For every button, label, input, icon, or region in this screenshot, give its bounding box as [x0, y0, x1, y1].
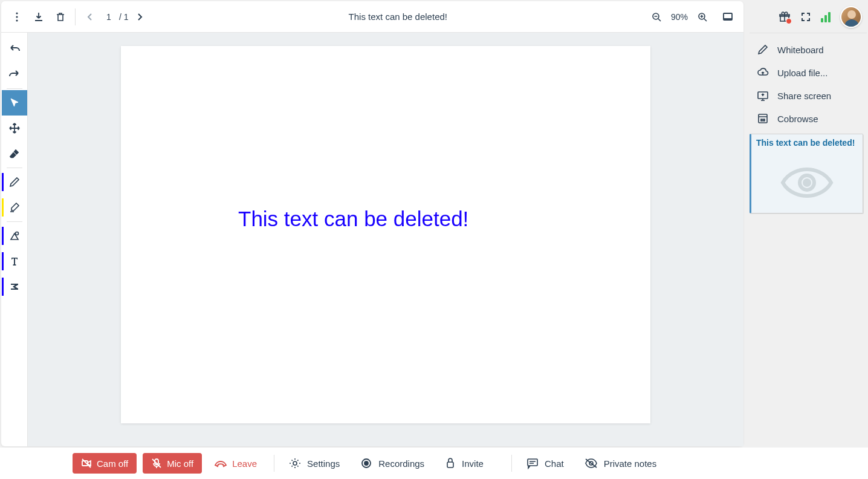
recordings-label: Recordings — [378, 458, 424, 469]
fullscreen-icon[interactable] — [800, 11, 811, 22]
top-toolbar: / 1 This text can be deleted! 90% — [1, 1, 743, 33]
right-divider — [750, 33, 867, 33]
more-menu-button[interactable] — [6, 6, 28, 28]
prev-page-button[interactable] — [79, 6, 101, 28]
document-title: This text can be deleted! — [151, 11, 646, 22]
svg-point-0 — [16, 12, 18, 14]
avatar[interactable] — [840, 6, 862, 28]
chat-button[interactable]: Chat — [523, 452, 568, 474]
invite-label: Invite — [462, 458, 484, 469]
toolbar-divider — [75, 8, 76, 25]
canvas-area[interactable]: This text can be deleted! — [28, 33, 743, 446]
page-total-label: / 1 — [119, 12, 129, 22]
tool-divider — [7, 221, 22, 222]
pen-tool[interactable] — [2, 169, 27, 195]
page-current-input[interactable] — [101, 12, 117, 22]
thumbnail-card[interactable]: This text can be deleted! — [750, 134, 863, 213]
right-top-bar — [750, 1, 867, 33]
private-notes-label: Private notes — [604, 458, 657, 469]
select-tool[interactable] — [2, 90, 27, 116]
text-tool[interactable] — [2, 249, 27, 274]
tool-divider — [7, 88, 22, 89]
svg-point-14 — [293, 461, 297, 465]
bottom-bar: Cam off Mic off Leave Settings Recording… — [0, 448, 868, 479]
chat-label: Chat — [545, 458, 564, 469]
signal-icon[interactable] — [821, 11, 831, 22]
menu-share-label: Share screen — [777, 91, 831, 101]
svg-rect-9 — [759, 114, 767, 123]
menu-share-screen[interactable]: Share screen — [750, 84, 867, 107]
svg-point-1 — [16, 16, 18, 18]
highlighter-tool[interactable] — [2, 195, 27, 220]
cobrowse-icon — [757, 112, 769, 125]
recordings-button[interactable]: Recordings — [357, 452, 428, 474]
svg-point-2 — [16, 19, 18, 21]
eye-icon — [756, 158, 858, 207]
main-whiteboard-area: / 1 This text can be deleted! 90% — [1, 1, 743, 446]
cloud-upload-icon — [757, 67, 769, 79]
svg-point-6 — [15, 232, 18, 235]
leave-label: Leave — [232, 458, 257, 469]
menu-upload-label: Upload file... — [777, 68, 828, 78]
page-indicator: / 1 — [101, 12, 129, 22]
whiteboard-page[interactable]: This text can be deleted! — [121, 46, 650, 423]
shapes-tool[interactable] — [2, 223, 27, 249]
menu-whiteboard[interactable]: Whiteboard — [750, 38, 867, 61]
zoom-value: 90% — [669, 12, 690, 22]
settings-button[interactable]: Settings — [285, 452, 343, 474]
invite-button[interactable]: Invite — [441, 452, 487, 474]
svg-point-11 — [805, 180, 809, 185]
menu-cobrowse[interactable]: Cobrowse — [750, 107, 867, 130]
zoom-controls: 90% — [646, 6, 713, 28]
cam-off-label: Cam off — [97, 458, 128, 469]
content-row: This text can be deleted! — [1, 33, 743, 446]
canvas-text-object[interactable]: This text can be deleted! — [238, 207, 468, 231]
mic-off-label: Mic off — [167, 458, 193, 469]
menu-cobrowse-label: Cobrowse — [777, 114, 818, 124]
bottom-divider — [274, 455, 274, 472]
zoom-in-button[interactable] — [691, 6, 713, 28]
private-notes-button[interactable]: Private notes — [581, 453, 661, 474]
svg-rect-18 — [528, 459, 537, 466]
next-page-button[interactable] — [129, 6, 151, 28]
delete-button[interactable] — [50, 6, 71, 28]
svg-point-16 — [364, 461, 368, 465]
gift-icon[interactable] — [779, 11, 791, 23]
settings-label: Settings — [307, 458, 340, 469]
undo-button[interactable] — [2, 36, 27, 62]
pencil-icon — [757, 44, 769, 56]
menu-whiteboard-label: Whiteboard — [777, 45, 824, 55]
cam-off-button[interactable]: Cam off — [73, 453, 137, 474]
zoom-out-button[interactable] — [646, 6, 667, 28]
menu-upload[interactable]: Upload file... — [750, 61, 867, 84]
redo-button[interactable] — [2, 62, 27, 87]
tool-divider — [7, 168, 22, 168]
left-toolbar — [1, 33, 28, 446]
bottom-divider — [511, 455, 512, 472]
mic-off-button[interactable]: Mic off — [143, 453, 202, 474]
formula-tool[interactable] — [2, 274, 27, 299]
move-tool[interactable] — [2, 116, 27, 141]
leave-button[interactable]: Leave — [208, 454, 263, 474]
download-button[interactable] — [28, 6, 50, 28]
svg-rect-17 — [447, 462, 453, 468]
thumbnail-title: This text can be deleted! — [756, 138, 858, 148]
right-panel: Whiteboard Upload file... Share screen C… — [750, 1, 867, 213]
presentation-layout-button[interactable] — [717, 6, 739, 28]
eraser-tool[interactable] — [2, 141, 27, 166]
share-screen-icon — [757, 90, 769, 102]
